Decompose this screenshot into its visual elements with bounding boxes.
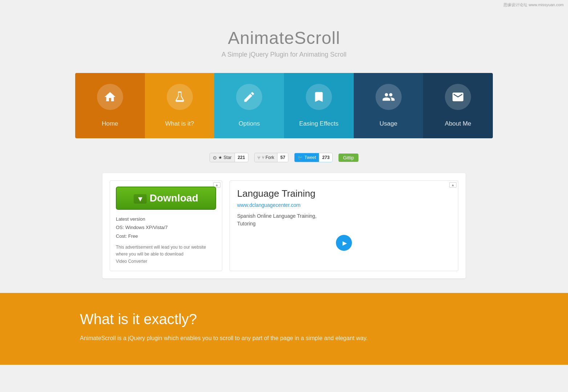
page-header: AnimateScroll A Simple jQuery Plugin for… xyxy=(0,10,568,73)
page-title: AnimateScroll xyxy=(7,28,561,48)
download-button[interactable]: Download xyxy=(116,187,216,210)
usage-icon-circle xyxy=(376,84,402,110)
ad-right-tag: ▲ xyxy=(449,182,457,188)
tweet-count: 273 xyxy=(319,153,332,162)
nav-item-what[interactable]: What is it? xyxy=(145,73,215,138)
nav-item-home[interactable]: Home xyxy=(75,73,145,138)
ad-os: OS: Windows XP/Vista/7 xyxy=(116,223,216,232)
fork-label: ⑂ Fork xyxy=(262,155,274,160)
ad-cost: Cost: Free xyxy=(116,232,216,240)
nav-item-aboutme[interactable]: About Me xyxy=(423,73,493,138)
nav-home-label: Home xyxy=(102,120,118,127)
ad-left-info: Latest version OS: Windows XP/Vista/7 Co… xyxy=(116,215,216,240)
options-icon-circle xyxy=(236,84,262,110)
ad-version: Latest version xyxy=(116,215,216,223)
ad-right-body: Spanish Online Language Training,Tutorin… xyxy=(237,212,451,228)
nav-aboutme-label: About Me xyxy=(445,120,471,127)
fork-button[interactable]: ⑂ ⑂ Fork 57 xyxy=(254,153,289,162)
users-icon xyxy=(382,90,395,103)
house-icon xyxy=(104,90,117,103)
ad-left-desc: This advertisement will lead you to our … xyxy=(116,244,216,265)
star-main[interactable]: ⊙ ★ Star xyxy=(210,153,235,162)
fork-main[interactable]: ⑂ ⑂ Fork xyxy=(255,153,277,162)
fork-count: 57 xyxy=(277,153,288,162)
twitter-icon: 🐦 xyxy=(297,155,303,160)
nav-what-label: What is it? xyxy=(165,120,194,127)
fork-icon: ⑂ xyxy=(257,155,260,160)
tweet-main[interactable]: 🐦 Tweet xyxy=(295,153,319,162)
social-bar: ⊙ ★ Star 221 ⑂ ⑂ Fork 57 🐦 Tweet 273 Git… xyxy=(0,153,568,162)
tweet-button[interactable]: 🐦 Tweet 273 xyxy=(294,153,333,162)
flask-icon xyxy=(173,90,186,103)
bookmark-icon xyxy=(312,90,325,103)
top-bar-text: 思缘设计论坛 www.missyuan.com xyxy=(503,3,564,7)
ads-section: ▲ Download Latest version OS: Windows XP… xyxy=(102,173,466,278)
star-button[interactable]: ⊙ ★ Star 221 xyxy=(210,153,248,162)
aboutme-icon-circle xyxy=(445,84,471,110)
what-body: AnimateScroll is a jQuery plugin which e… xyxy=(80,333,488,343)
nav-item-options[interactable]: Options xyxy=(214,73,284,138)
nav-bar: Home What is it? Options Easing Effects xyxy=(75,73,493,138)
ad-right-title: Language Training xyxy=(237,188,451,199)
what-section: What is it exactly? AnimateScroll is a j… xyxy=(0,293,568,365)
ad-left: ▲ Download Latest version OS: Windows XP… xyxy=(110,180,222,271)
star-label: ★ Star xyxy=(218,155,231,160)
envelope-icon xyxy=(451,90,464,103)
ad-right-arrow[interactable] xyxy=(336,235,352,251)
star-count: 221 xyxy=(235,153,248,162)
top-bar: 思缘设计论坛 www.missyuan.com xyxy=(0,0,568,10)
easing-icon-circle xyxy=(306,84,332,110)
nav-easing-label: Easing Effects xyxy=(299,120,338,127)
pen-icon xyxy=(243,90,256,103)
nav-options-label: Options xyxy=(239,120,260,127)
nav-item-easing[interactable]: Easing Effects xyxy=(284,73,354,138)
page-subtitle: A Simple jQuery Plugin for Animating Scr… xyxy=(7,51,561,58)
nav-usage-label: Usage xyxy=(380,120,397,127)
what-icon-circle xyxy=(167,84,193,110)
ad-right: ▲ Language Training www.dclanguagecenter… xyxy=(230,180,458,271)
nav-item-usage[interactable]: Usage xyxy=(354,73,423,138)
what-title: What is it exactly? xyxy=(80,311,488,327)
tweet-label: Tweet xyxy=(304,155,316,160)
home-icon-circle xyxy=(97,84,123,110)
ad-right-link[interactable]: www.dclanguagecenter.com xyxy=(237,202,451,208)
gittip-button[interactable]: Gittip xyxy=(338,154,358,162)
star-icon: ⊙ xyxy=(213,155,217,160)
